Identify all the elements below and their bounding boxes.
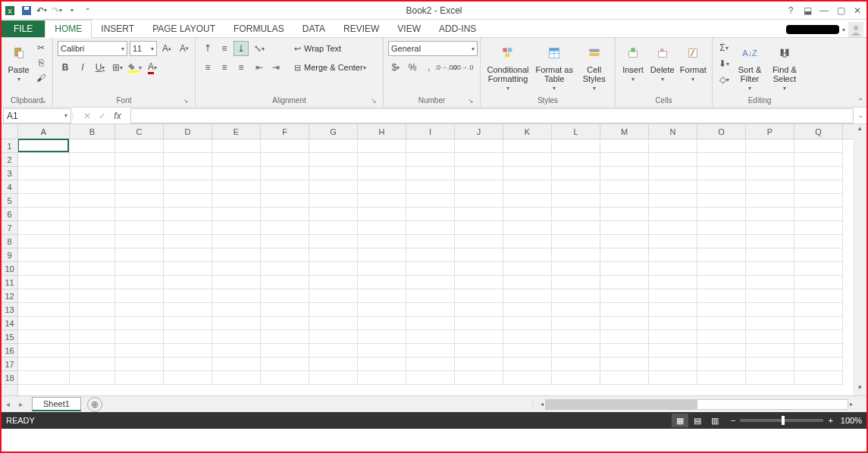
row-header[interactable]: 5	[2, 194, 17, 208]
cell[interactable]	[794, 248, 843, 262]
tab-view[interactable]: VIEW	[388, 20, 430, 37]
cell[interactable]	[261, 221, 309, 235]
cell[interactable]	[406, 139, 455, 153]
row-header[interactable]: 14	[2, 317, 17, 330]
cell[interactable]	[309, 221, 358, 235]
hscroll-left-icon[interactable]: ◂	[541, 401, 544, 408]
cell[interactable]	[455, 180, 503, 194]
row-header[interactable]: 18	[2, 371, 17, 385]
cell[interactable]	[503, 153, 552, 167]
autosum-icon[interactable]: Σ ▾	[717, 41, 731, 55]
cell[interactable]	[70, 153, 115, 167]
cell[interactable]	[649, 317, 697, 330]
cell[interactable]	[455, 289, 503, 303]
cell[interactable]	[746, 303, 794, 317]
cell[interactable]	[406, 248, 455, 262]
cell[interactable]	[309, 167, 358, 180]
increase-indent-icon[interactable]: ⇥	[268, 60, 284, 75]
maximize-icon[interactable]: ▢	[833, 4, 848, 17]
enter-formula-icon[interactable]: ✓	[96, 109, 109, 123]
cell[interactable]	[649, 139, 697, 153]
cell[interactable]	[552, 317, 600, 330]
horizontal-scrollbar[interactable]	[545, 399, 848, 410]
cell[interactable]	[164, 262, 212, 276]
cell[interactable]	[455, 194, 503, 208]
cell[interactable]	[649, 303, 697, 317]
cell[interactable]	[455, 344, 503, 358]
cell[interactable]	[600, 358, 649, 371]
cell[interactable]	[164, 208, 212, 221]
cell[interactable]	[794, 303, 843, 317]
cell[interactable]	[18, 139, 70, 153]
cell[interactable]	[649, 371, 697, 385]
cell[interactable]	[212, 180, 261, 194]
cell[interactable]	[70, 208, 115, 221]
cell[interactable]	[358, 358, 406, 371]
cell[interactable]	[309, 303, 358, 317]
cell[interactable]	[358, 248, 406, 262]
zoom-out-icon[interactable]: −	[731, 416, 735, 425]
cell[interactable]	[212, 248, 261, 262]
cell[interactable]	[358, 208, 406, 221]
scroll-up-icon[interactable]: ▴	[853, 124, 866, 136]
cell[interactable]	[503, 248, 552, 262]
row-header[interactable]: 6	[2, 208, 17, 221]
font-launcher-icon[interactable]: ↘	[183, 97, 189, 105]
cell[interactable]	[746, 330, 794, 344]
account-name[interactable]	[786, 25, 839, 34]
cell[interactable]	[600, 344, 649, 358]
cell[interactable]	[697, 344, 746, 358]
cell[interactable]	[697, 303, 746, 317]
cell[interactable]	[18, 248, 70, 262]
cell[interactable]	[697, 180, 746, 194]
cell[interactable]	[697, 317, 746, 330]
cell[interactable]	[649, 194, 697, 208]
cell[interactable]	[70, 358, 115, 371]
cell[interactable]	[746, 235, 794, 248]
cell[interactable]	[455, 317, 503, 330]
cell[interactable]	[649, 358, 697, 371]
qat-more-icon[interactable]: ⁼	[80, 4, 94, 17]
cell[interactable]	[115, 221, 164, 235]
cell[interactable]	[18, 167, 70, 180]
merge-center-button[interactable]: ⊟Merge & Center ▾	[287, 60, 370, 75]
clear-icon[interactable]: ◇ ▾	[717, 73, 731, 86]
align-center-icon[interactable]: ≡	[217, 60, 232, 75]
cell[interactable]	[309, 371, 358, 385]
cell[interactable]	[358, 371, 406, 385]
clipboard-launcher-icon[interactable]: ↘	[40, 97, 46, 105]
cell[interactable]	[309, 153, 358, 167]
cell[interactable]	[70, 139, 115, 153]
cell[interactable]	[115, 235, 164, 248]
select-all-button[interactable]	[2, 124, 17, 139]
wrap-text-button[interactable]: ↩Wrap Text	[287, 41, 370, 56]
cell[interactable]	[600, 208, 649, 221]
cell[interactable]	[261, 139, 309, 153]
align-right-icon[interactable]: ≡	[233, 60, 249, 75]
cell[interactable]	[115, 317, 164, 330]
cell[interactable]	[649, 208, 697, 221]
cell[interactable]	[746, 344, 794, 358]
cell[interactable]	[503, 289, 552, 303]
insert-function-icon[interactable]: fx	[111, 109, 124, 123]
cell[interactable]	[261, 194, 309, 208]
cell[interactable]	[164, 344, 212, 358]
cell[interactable]	[697, 194, 746, 208]
cell[interactable]	[794, 221, 843, 235]
delete-cell-button[interactable]: ✕ Delete▾	[649, 41, 676, 83]
cell[interactable]	[358, 153, 406, 167]
cell[interactable]	[552, 262, 600, 276]
shrink-font-icon[interactable]: A▾	[177, 41, 192, 56]
cell[interactable]	[794, 208, 843, 221]
cell[interactable]	[503, 180, 552, 194]
qat-customize-icon[interactable]: ▾	[65, 4, 79, 17]
cell[interactable]	[697, 262, 746, 276]
decrease-indent-icon[interactable]: ⇤	[252, 60, 267, 75]
scroll-down-icon[interactable]: ▾	[853, 383, 866, 395]
cell[interactable]	[212, 194, 261, 208]
cell[interactable]	[455, 371, 503, 385]
cell[interactable]	[552, 248, 600, 262]
row-header[interactable]: 4	[2, 180, 17, 194]
cell[interactable]	[746, 139, 794, 153]
cell[interactable]	[70, 303, 115, 317]
